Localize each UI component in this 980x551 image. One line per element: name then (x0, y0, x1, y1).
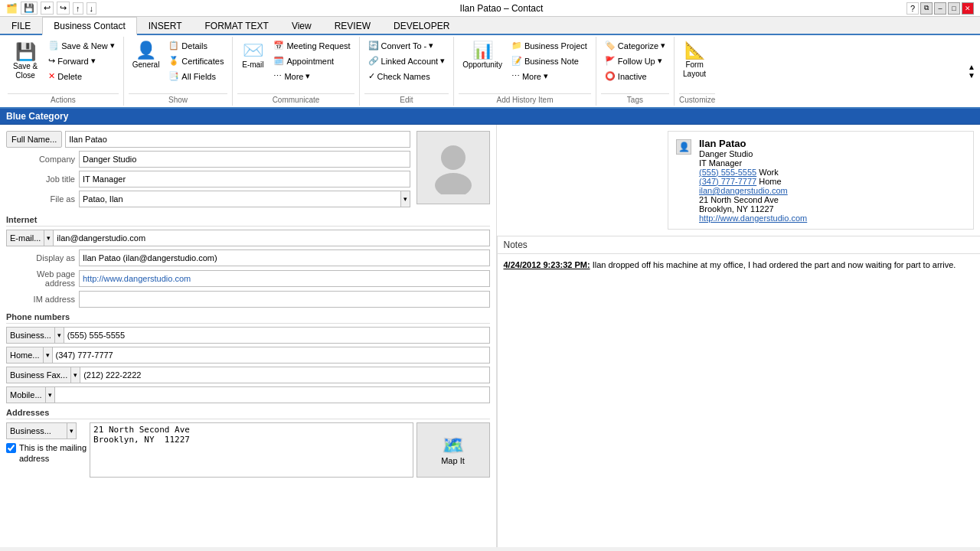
tags-col: 🏷️ Categorize ▾ 🚩 Follow Up ▾ ⭕ Inactive (601, 38, 669, 83)
check-names-button[interactable]: ✓ Check Names (364, 69, 449, 83)
file-as-input[interactable] (79, 191, 400, 207)
tab-insert[interactable]: INSERT (137, 17, 194, 34)
customize-group-label: Customize (679, 93, 715, 104)
add-history-group-label: Add History Item (459, 93, 591, 104)
linked-account-button[interactable]: 🔗 Linked Account ▾ (364, 54, 449, 68)
add-history-col: 📁 Business Project 📝 Business Note ⋯ Mor… (508, 38, 591, 83)
form-area: Full Name... Company Job title File as (0, 125, 497, 547)
details-button[interactable]: 📋 Details (165, 38, 227, 53)
delete-button[interactable]: ✕ Delete (44, 69, 119, 83)
address-textarea[interactable]: 21 North Second Ave Brooklyn, NY 11227 (90, 422, 413, 478)
display-as-input[interactable] (79, 249, 490, 266)
contact-card-phone-home: (347) 777-7777 Home (699, 177, 967, 186)
customize-buttons: 📐 FormLayout (679, 38, 715, 93)
close-btn[interactable]: ✕ (962, 2, 974, 15)
job-title-label: Job title (6, 174, 79, 184)
web-page-input[interactable] (79, 270, 490, 287)
opportunity-button[interactable]: 📊 Opportunity (459, 38, 506, 71)
tab-view[interactable]: View (280, 17, 323, 34)
address-type-arrow[interactable]: ▾ (67, 422, 77, 439)
quick-access-undo[interactable]: ↩ (41, 2, 54, 15)
tab-review[interactable]: REVIEW (323, 17, 382, 34)
address-type-container: Business... ▾ This is the mailingaddress (6, 422, 87, 465)
full-name-input[interactable] (65, 131, 410, 148)
follow-up-button[interactable]: 🚩 Follow Up ▾ (601, 54, 669, 68)
edit-group-label: Edit (364, 93, 449, 104)
phone-input-2[interactable] (80, 367, 489, 383)
phone-input-1[interactable] (53, 347, 490, 364)
phone-input-0[interactable] (64, 327, 490, 344)
quick-access-save[interactable]: 💾 (21, 2, 38, 15)
ribbon-scroll-right[interactable]: ▲▼ (966, 37, 977, 106)
contact-card-name: Ilan Patao (699, 138, 967, 149)
more-communicate-button[interactable]: ⋯ More ▾ (270, 69, 354, 83)
phone-row-2: Business Fax... ▾ (6, 367, 490, 383)
ribbon-group-show: 👤 General 📋 Details 🏅 Certificates 📑 All… (124, 37, 234, 106)
general-button[interactable]: 👤 General (129, 38, 164, 71)
notes-header: Notes (498, 236, 981, 254)
restore-btn[interactable]: ⧉ (920, 2, 933, 15)
business-note-button[interactable]: 📝 Business Note (508, 54, 591, 68)
phone-type-btn-3[interactable]: Mobile... (6, 386, 46, 403)
phone-type-btn-2[interactable]: Business Fax... (6, 367, 71, 383)
email-type-button[interactable]: E-mail... (6, 230, 44, 246)
address-row: Business... ▾ This is the mailingaddress… (6, 422, 490, 478)
phone-type-arrow-2[interactable]: ▾ (71, 367, 80, 383)
meeting-icon: 📅 (273, 41, 284, 51)
forward-button[interactable]: ↪ Forward ▾ (44, 54, 119, 68)
company-input[interactable] (79, 151, 410, 168)
meeting-request-button[interactable]: 📅 Meeting Request (270, 38, 354, 53)
email-type-arrow[interactable]: ▾ (44, 230, 54, 246)
window-controls[interactable]: ? ⧉ – □ ✕ (906, 2, 974, 15)
business-project-icon: 📁 (511, 41, 522, 51)
phone-input-3[interactable] (55, 386, 490, 403)
mailing-checkbox[interactable] (6, 443, 16, 453)
quick-access-up[interactable]: ↑ (73, 2, 83, 15)
tab-file[interactable]: FILE (0, 17, 42, 34)
map-button[interactable]: 🗺️ Map It (416, 422, 490, 478)
help-btn[interactable]: ? (906, 2, 919, 15)
quick-access-down[interactable]: ↓ (87, 2, 97, 15)
photo-box[interactable] (416, 131, 490, 204)
phone-type-arrow-0[interactable]: ▾ (55, 327, 64, 344)
contact-card: 👤 Ilan Patao Danger Studio IT Manager (5… (668, 131, 974, 230)
phone-type-arrow-3[interactable]: ▾ (46, 386, 55, 403)
phone-type-arrow-1[interactable]: ▾ (44, 347, 53, 364)
phone-row-3: Mobile... ▾ (6, 386, 490, 403)
form-layout-button[interactable]: 📐 FormLayout (679, 38, 710, 81)
save-close-button[interactable]: 💾 Save &Close (8, 38, 43, 84)
appointment-button[interactable]: 🗓️ Appointment (270, 54, 354, 68)
note-text: Ilan dropped off his machine at my offic… (590, 260, 956, 269)
email-row: E-mail... ▾ (6, 230, 490, 246)
categorize-button[interactable]: 🏷️ Categorize ▾ (601, 38, 669, 53)
full-name-row: Full Name... (6, 131, 410, 148)
all-fields-icon: 📑 (168, 71, 179, 81)
email-button[interactable]: ✉️ E-mail (237, 38, 268, 71)
all-fields-button[interactable]: 📑 All Fields (165, 69, 227, 83)
inactive-button[interactable]: ⭕ Inactive (601, 69, 669, 83)
minimize-btn[interactable]: – (934, 2, 946, 15)
save-new-button[interactable]: 🗒️ Save & New ▾ (44, 38, 119, 53)
maximize-btn[interactable]: □ (948, 2, 960, 15)
communicate-buttons: ✉️ E-mail 📅 Meeting Request 🗓️ Appointme… (237, 38, 354, 93)
email-input[interactable] (54, 230, 489, 246)
more-history-button[interactable]: ⋯ More ▾ (508, 69, 591, 83)
quick-access-redo[interactable]: ↪ (57, 2, 70, 15)
file-as-arrow[interactable]: ▾ (400, 191, 410, 207)
certificates-button[interactable]: 🏅 Certificates (165, 54, 227, 68)
convert-icon: 🔄 (368, 41, 379, 51)
job-title-input[interactable] (79, 171, 410, 187)
check-names-icon: ✓ (368, 71, 375, 81)
address-type-button[interactable]: Business... (6, 422, 67, 439)
phone-row-1: Home... ▾ (6, 347, 490, 364)
tab-format-text[interactable]: FORMAT TEXT (194, 17, 280, 34)
web-page-label: Web page address (6, 269, 79, 288)
tab-business-contact[interactable]: Business Contact (42, 17, 136, 35)
convert-to-button[interactable]: 🔄 Convert To - ▾ (364, 38, 449, 53)
tab-developer[interactable]: DEVELOPER (382, 17, 461, 34)
phone-type-btn-0[interactable]: Business... (6, 327, 55, 344)
im-address-input[interactable] (79, 291, 490, 308)
business-project-button[interactable]: 📁 Business Project (508, 38, 591, 53)
full-name-button[interactable]: Full Name... (6, 131, 62, 148)
phone-type-btn-1[interactable]: Home... (6, 347, 44, 364)
